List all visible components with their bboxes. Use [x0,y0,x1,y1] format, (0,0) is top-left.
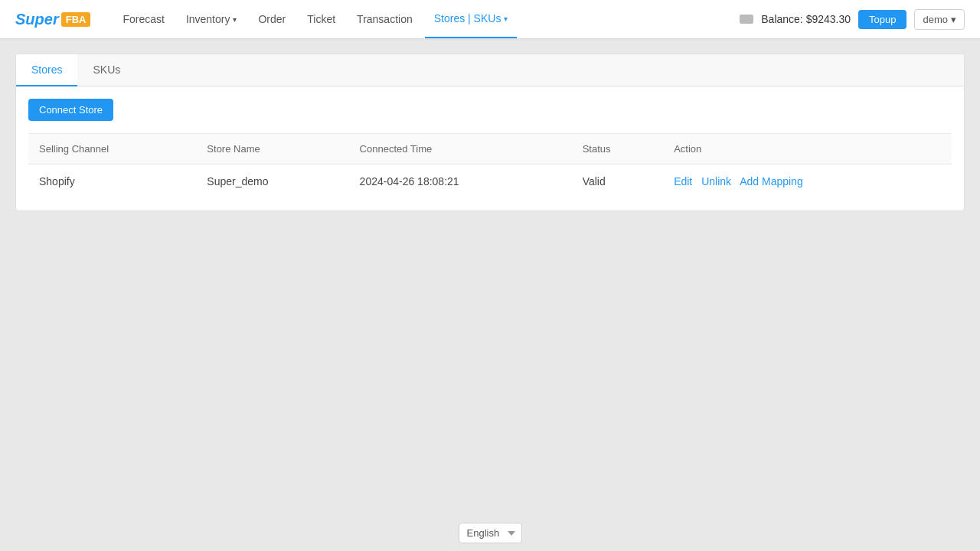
stores-card: Stores SKUs Connect Store Selling Channe… [15,54,965,211]
logo-super-text: Super [15,11,59,28]
main-nav: Forecast Inventory ▾ Order Ticket Transa… [113,0,740,38]
add-mapping-link[interactable]: Add Mapping [740,175,803,187]
chevron-down-icon: ▾ [233,15,237,24]
tab-bar: Stores SKUs [16,54,964,86]
cell-status: Valid [572,165,663,199]
tab-stores[interactable]: Stores [16,54,77,86]
logo: Super FBA [15,11,90,28]
nav-item-inventory[interactable]: Inventory ▾ [177,0,247,38]
topup-button[interactable]: Topup [858,10,906,29]
tab-skus[interactable]: SKUs [77,54,136,86]
nav-item-ticket[interactable]: Ticket [298,0,345,38]
demo-button[interactable]: demo ▾ [914,9,965,30]
chevron-down-icon: ▾ [951,14,956,25]
footer: English 中文 [0,515,980,551]
header: Super FBA Forecast Inventory ▾ Order Tic… [0,0,980,38]
table-row: Shopify Super_demo 2024-04-26 18:08:21 V… [28,165,952,199]
nav-item-transaction[interactable]: Transaction [348,0,422,38]
nav-item-order[interactable]: Order [249,0,295,38]
edit-link[interactable]: Edit [674,175,692,187]
nav-item-stores-skus[interactable]: Stores | SKUs ▾ [425,0,518,38]
col-header-action: Action [663,134,952,165]
stores-table: Selling Channel Store Name Connected Tim… [28,133,952,198]
language-select[interactable]: English 中文 [459,523,522,543]
col-header-status: Status [572,134,663,165]
col-header-selling-channel: Selling Channel [28,134,196,165]
cell-selling-channel: Shopify [28,165,196,199]
cell-action: Edit Unlink Add Mapping [663,165,952,199]
connect-store-button[interactable]: Connect Store [28,99,113,121]
col-header-connected-time: Connected Time [349,134,572,165]
table-header-row: Selling Channel Store Name Connected Tim… [28,134,952,165]
col-header-store-name: Store Name [196,134,348,165]
main-content: Stores SKUs Connect Store Selling Channe… [0,38,980,227]
header-right: Balance: $9243.30 Topup demo ▾ [740,9,965,30]
cell-connected-time: 2024-04-26 18:08:21 [349,165,572,199]
cell-store-name: Super_demo [196,165,348,199]
chevron-down-icon: ▾ [504,15,508,23]
logo-fba-badge: FBA [61,12,91,27]
nav-item-forecast[interactable]: Forecast [113,0,173,38]
table-body: Shopify Super_demo 2024-04-26 18:08:21 V… [28,165,952,199]
card-body: Connect Store Selling Channel Store Name… [16,86,964,210]
table-header: Selling Channel Store Name Connected Tim… [28,134,952,165]
balance-icon [740,15,753,24]
balance-text: Balance: $9243.30 [761,13,851,25]
unlink-link[interactable]: Unlink [701,175,731,187]
